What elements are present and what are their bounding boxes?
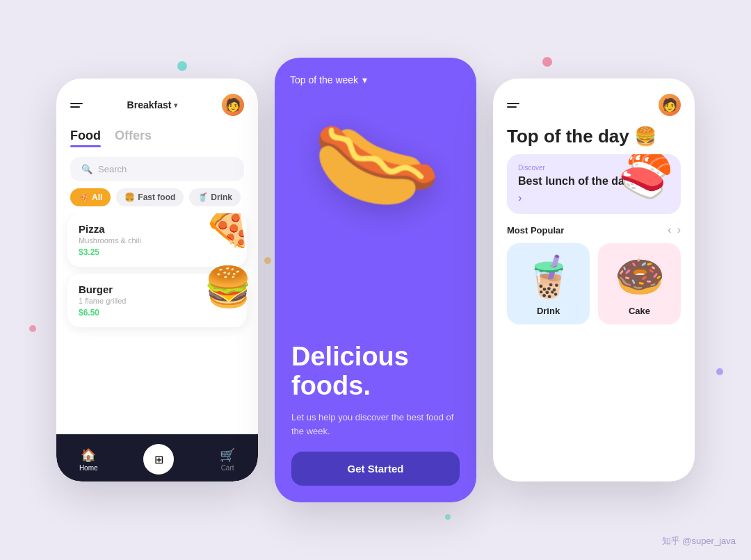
avatar[interactable]: 🧑 bbox=[659, 94, 681, 116]
phone-delicious-foods: Top of the week ▾ 🌭 Delicious foods. Let… bbox=[275, 58, 476, 502]
food-item-pizza-emoji: 🍕 bbox=[204, 213, 252, 249]
phone-top-of-day: 🧑 Top of the day 🍔 Discover Best lunch o… bbox=[493, 79, 695, 481]
food-grid-cake[interactable]: 🍩 Cake bbox=[598, 243, 681, 324]
most-popular-label: Most Popular bbox=[507, 225, 564, 236]
filter-drink[interactable]: 🥤 Drink bbox=[189, 188, 241, 206]
drink-emoji: 🧋 bbox=[524, 253, 574, 300]
cake-label: Cake bbox=[629, 306, 650, 316]
discover-card[interactable]: Discover Best lunch of the day › 🍣 bbox=[507, 154, 681, 214]
nav-center-button[interactable]: ⊞ bbox=[143, 444, 174, 475]
food-grid: 🧋 Drink 🍩 Cake bbox=[493, 243, 695, 324]
bottom-nav: 🏠 Home ⊞ 🛒 Cart bbox=[56, 434, 258, 481]
phone2-main-title: Delicious foods. bbox=[291, 343, 460, 401]
chevron-down-icon: ▾ bbox=[174, 101, 177, 109]
food-item-pizza-info: Pizza Mushrooms & chili $3.25 bbox=[79, 223, 141, 257]
food-item-burger-name: Burger bbox=[79, 283, 126, 295]
food-item-burger-desc: 1 flame grilled bbox=[79, 297, 126, 305]
next-arrow-button[interactable]: › bbox=[677, 224, 681, 236]
phone1-header: Breakfast ▾ 🧑 bbox=[56, 79, 258, 123]
nav-cart[interactable]: 🛒 Cart bbox=[220, 447, 235, 472]
hotdog-display: 🌭 bbox=[275, 79, 476, 245]
discover-arrow-icon: › bbox=[518, 192, 631, 204]
top-of-day-heading: Top of the day 🍔 bbox=[507, 126, 681, 147]
nav-cart-label: Cart bbox=[221, 464, 234, 472]
tabs-bar: Food Offers bbox=[56, 123, 258, 147]
food-item-pizza-desc: Mushrooms & chili bbox=[79, 236, 141, 245]
phone2-content: Delicious foods. Let us help you discove… bbox=[275, 245, 476, 502]
nav-home[interactable]: 🏠 Home bbox=[79, 447, 98, 472]
phone3-header: 🧑 bbox=[493, 79, 695, 126]
nav-home-label: Home bbox=[79, 464, 98, 472]
sushi-emoji: 🍣 bbox=[618, 154, 674, 201]
food-item-pizza-name: Pizza bbox=[79, 223, 141, 235]
filter-all-icon: 🍕 bbox=[79, 192, 89, 202]
most-popular-header: Most Popular ‹ › bbox=[493, 224, 695, 243]
phone2-description: Let us help you discover the best food o… bbox=[291, 411, 460, 438]
phone-food-menu: Breakfast ▾ 🧑 Food Offers 🔍 Search 🍕 All bbox=[56, 79, 258, 481]
phones-container: Breakfast ▾ 🧑 Food Offers 🔍 Search 🍕 All bbox=[56, 58, 695, 502]
cake-emoji: 🍩 bbox=[615, 253, 665, 300]
food-item-burger-emoji: 🍔 bbox=[204, 264, 252, 310]
filter-fastfood[interactable]: 🍔 Fast food bbox=[116, 188, 184, 206]
food-item-burger-price: $6.50 bbox=[79, 308, 126, 318]
discover-label: Discover bbox=[518, 164, 631, 172]
tab-offers[interactable]: Offers bbox=[115, 129, 152, 147]
menu-icon[interactable] bbox=[70, 103, 83, 108]
avatar-emoji: 🧑 bbox=[225, 97, 241, 113]
header-title-area[interactable]: Breakfast ▾ bbox=[127, 99, 178, 110]
filter-drink-icon: 🥤 bbox=[197, 192, 208, 202]
header-title: Breakfast bbox=[127, 99, 172, 110]
drink-label: Drink bbox=[537, 306, 560, 316]
avatar[interactable]: 🧑 bbox=[222, 94, 244, 116]
avatar-emoji: 🧑 bbox=[662, 97, 677, 113]
tab-food[interactable]: Food bbox=[70, 129, 101, 147]
grid-icon: ⊞ bbox=[154, 453, 163, 466]
search-icon: 🔍 bbox=[81, 164, 92, 174]
get-started-button[interactable]: Get Started bbox=[291, 452, 460, 486]
nav-grid[interactable]: ⊞ bbox=[143, 444, 174, 475]
filter-fastfood-icon: 🍔 bbox=[124, 192, 135, 202]
filter-all[interactable]: 🍕 All bbox=[70, 188, 111, 206]
food-item-burger[interactable]: Burger 1 flame grilled $6.50 🍔 bbox=[67, 274, 247, 327]
watermark: 知乎 @super_java bbox=[662, 535, 736, 547]
food-grid-drink[interactable]: 🧋 Drink bbox=[507, 243, 590, 324]
search-placeholder: Search bbox=[98, 164, 127, 174]
discover-card-content: Discover Best lunch of the day › bbox=[518, 164, 631, 204]
cart-icon: 🛒 bbox=[220, 447, 235, 463]
hotdog-emoji: 🌭 bbox=[302, 91, 449, 233]
home-icon: 🏠 bbox=[81, 447, 96, 463]
search-bar[interactable]: 🔍 Search bbox=[70, 157, 244, 181]
food-item-pizza-price: $3.25 bbox=[79, 247, 141, 257]
carousel-nav: ‹ › bbox=[668, 224, 681, 236]
food-item-burger-info: Burger 1 flame grilled $6.50 bbox=[79, 283, 126, 318]
menu-icon[interactable] bbox=[507, 103, 519, 108]
discover-title: Best lunch of the day bbox=[518, 174, 631, 188]
phone3-page-title: Top of the day 🍔 bbox=[493, 126, 695, 154]
food-list: Pizza Mushrooms & chili $3.25 🍕 Burger 1… bbox=[56, 213, 258, 434]
food-item-pizza[interactable]: Pizza Mushrooms & chili $3.25 🍕 bbox=[67, 213, 247, 267]
filter-bar: 🍕 All 🍔 Fast food 🥤 Drink bbox=[56, 188, 258, 213]
prev-arrow-button[interactable]: ‹ bbox=[668, 224, 671, 236]
